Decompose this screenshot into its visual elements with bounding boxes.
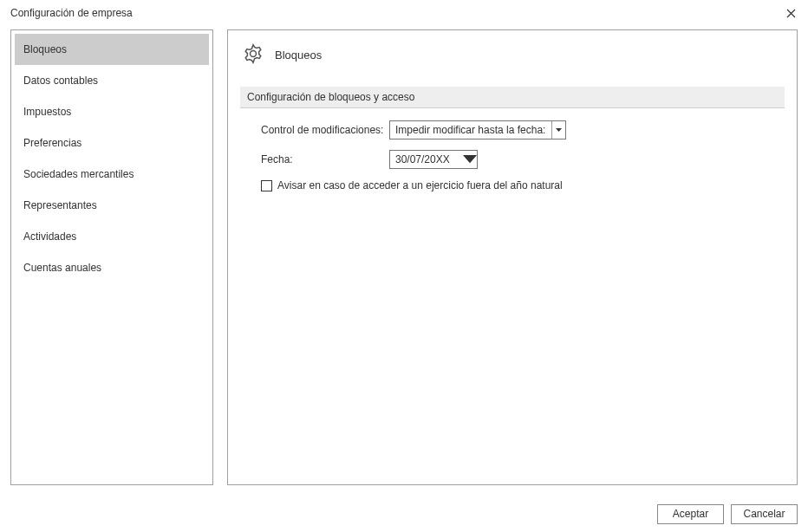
close-button[interactable] — [780, 3, 801, 23]
sidebar-item-label: Actividades — [23, 230, 76, 243]
control-modificaciones-select[interactable]: Impedir modificar hasta la fecha: — [389, 120, 566, 139]
fecha-label: Fecha: — [261, 153, 389, 165]
content-area: Bloqueos Datos contables Impuestos Prefe… — [0, 26, 808, 496]
checkbox-avisar-label: Avisar en caso de acceder a un ejercicio… — [277, 179, 563, 191]
select-value: Impedir modificar hasta la fecha: — [390, 124, 551, 136]
sidebar-item-label: Bloqueos — [23, 43, 67, 55]
cancel-button[interactable]: Cancelar — [731, 504, 798, 524]
sidebar-item-datos-contables[interactable]: Datos contables — [15, 65, 209, 96]
sidebar-item-impuestos[interactable]: Impuestos — [15, 96, 209, 127]
form-row-fecha: Fecha: 30/07/20XX — [261, 150, 785, 169]
sidebar-item-label: Impuestos — [23, 106, 71, 118]
sidebar-item-label: Sociedades mercantiles — [23, 168, 134, 180]
chevron-down-icon — [551, 121, 565, 139]
sidebar-item-label: Cuentas anuales — [23, 262, 101, 274]
panel-title: Bloqueos — [275, 49, 322, 62]
sidebar-item-representantes[interactable]: Representantes — [15, 190, 209, 221]
form-row-control: Control de modificaciones: Impedir modif… — [261, 120, 785, 139]
sidebar-item-preferencias[interactable]: Preferencias — [15, 127, 209, 159]
accept-button[interactable]: Aceptar — [657, 504, 724, 524]
checkbox-row-avisar[interactable]: Avisar en caso de acceder a un ejercicio… — [261, 179, 785, 191]
sidebar-item-cuentas-anuales[interactable]: Cuentas anuales — [15, 252, 209, 283]
chevron-down-icon — [463, 151, 477, 168]
window-title: Configuración de empresa — [10, 7, 133, 19]
close-icon — [786, 9, 796, 18]
sidebar-item-sociedades-mercantiles[interactable]: Sociedades mercantiles — [15, 159, 209, 190]
fecha-picker[interactable]: 30/07/20XX — [389, 150, 478, 169]
sidebar-item-bloqueos[interactable]: Bloqueos — [15, 34, 209, 65]
gear-icon — [242, 42, 264, 68]
sidebar-item-label: Preferencias — [23, 137, 81, 149]
sidebar: Bloqueos Datos contables Impuestos Prefe… — [10, 29, 213, 485]
section-header: Configuración de bloqueos y acceso — [240, 87, 785, 108]
footer: Aceptar Cancelar — [0, 496, 808, 532]
button-label: Cancelar — [743, 508, 785, 520]
checkbox-avisar[interactable] — [261, 180, 272, 191]
fecha-value: 30/07/20XX — [390, 153, 463, 165]
control-modificaciones-label: Control de modificaciones: — [261, 124, 389, 136]
sidebar-item-actividades[interactable]: Actividades — [15, 221, 209, 252]
button-label: Aceptar — [673, 508, 708, 520]
panel-header: Bloqueos — [240, 42, 785, 68]
svg-point-0 — [251, 51, 257, 57]
sidebar-item-label: Representantes — [23, 199, 97, 211]
sidebar-item-label: Datos contables — [23, 75, 98, 87]
title-bar: Configuración de empresa — [0, 0, 808, 26]
main-panel: Bloqueos Configuración de bloqueos y acc… — [227, 29, 798, 485]
